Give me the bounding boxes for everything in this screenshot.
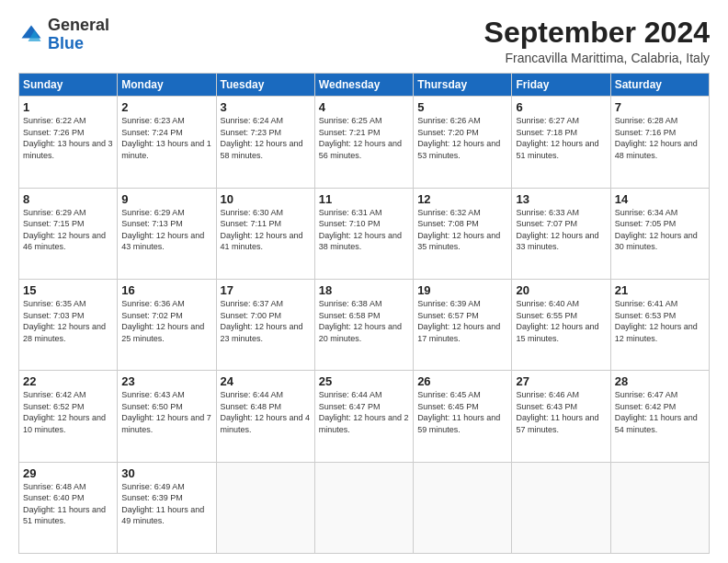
day-28: 28Sunrise: 6:47 AMSunset: 6:42 PMDayligh… [610,371,709,462]
day-21: 21Sunrise: 6:41 AMSunset: 6:53 PMDayligh… [610,279,709,370]
day-16: 16Sunrise: 6:36 AMSunset: 7:02 PMDayligh… [118,279,216,370]
day-11: 11Sunrise: 6:31 AMSunset: 7:10 PMDayligh… [314,188,413,279]
header-thursday: Thursday [414,74,512,97]
calendar-table: Sunday Monday Tuesday Wednesday Thursday… [18,73,710,554]
day-13: 13Sunrise: 6:33 AMSunset: 7:07 PMDayligh… [512,188,610,279]
day-14: 14Sunrise: 6:34 AMSunset: 7:05 PMDayligh… [610,188,709,279]
weekday-header-row: Sunday Monday Tuesday Wednesday Thursday… [19,74,710,97]
header-tuesday: Tuesday [216,74,314,97]
day-3: 3Sunrise: 6:24 AMSunset: 7:23 PMDaylight… [216,97,314,188]
week-row-3: 15Sunrise: 6:35 AMSunset: 7:03 PMDayligh… [19,279,710,370]
day-12: 12Sunrise: 6:32 AMSunset: 7:08 PMDayligh… [414,188,512,279]
day-15: 15Sunrise: 6:35 AMSunset: 7:03 PMDayligh… [19,279,118,370]
day-2: 2Sunrise: 6:23 AMSunset: 7:24 PMDaylight… [118,97,216,188]
day-23: 23Sunrise: 6:43 AMSunset: 6:50 PMDayligh… [118,371,216,462]
day-27: 27Sunrise: 6:46 AMSunset: 6:43 PMDayligh… [512,371,610,462]
day-4: 4Sunrise: 6:25 AMSunset: 7:21 PMDaylight… [314,97,413,188]
day-1: 1Sunrise: 6:22 AMSunset: 7:26 PMDaylight… [19,97,118,188]
calendar-subtitle: Francavilla Marittima, Calabria, Italy [484,51,710,65]
week-row-5: 29Sunrise: 6:48 AMSunset: 6:40 PMDayligh… [19,462,710,553]
header-friday: Friday [512,74,610,97]
logo: General Blue [18,17,109,53]
day-19: 19Sunrise: 6:39 AMSunset: 6:57 PMDayligh… [414,279,512,370]
empty-cell [314,462,413,553]
page: General Blue September 2024 Francavilla … [0,0,728,563]
day-8: 8Sunrise: 6:29 AMSunset: 7:15 PMDaylight… [19,188,118,279]
logo-blue-text: Blue [48,34,84,52]
empty-cell [414,462,512,553]
empty-cell [610,462,709,553]
day-26: 26Sunrise: 6:45 AMSunset: 6:45 PMDayligh… [414,371,512,462]
header-sunday: Sunday [19,74,118,97]
day-18: 18Sunrise: 6:38 AMSunset: 6:58 PMDayligh… [314,279,413,370]
day-6: 6Sunrise: 6:27 AMSunset: 7:18 PMDaylight… [512,97,610,188]
day-22: 22Sunrise: 6:42 AMSunset: 6:52 PMDayligh… [19,371,118,462]
week-row-2: 8Sunrise: 6:29 AMSunset: 7:15 PMDaylight… [19,188,710,279]
calendar-title: September 2024 [484,17,710,49]
day-30: 30Sunrise: 6:49 AMSunset: 6:39 PMDayligh… [118,462,216,553]
day-24: 24Sunrise: 6:44 AMSunset: 6:48 PMDayligh… [216,371,314,462]
day-25: 25Sunrise: 6:44 AMSunset: 6:47 PMDayligh… [314,371,413,462]
header-saturday: Saturday [610,74,709,97]
day-5: 5Sunrise: 6:26 AMSunset: 7:20 PMDaylight… [414,97,512,188]
empty-cell [512,462,610,553]
day-20: 20Sunrise: 6:40 AMSunset: 6:55 PMDayligh… [512,279,610,370]
week-row-1: 1Sunrise: 6:22 AMSunset: 7:26 PMDaylight… [19,97,710,188]
empty-cell [216,462,314,553]
day-17: 17Sunrise: 6:37 AMSunset: 7:00 PMDayligh… [216,279,314,370]
day-10: 10Sunrise: 6:30 AMSunset: 7:11 PMDayligh… [216,188,314,279]
day-7: 7Sunrise: 6:28 AMSunset: 7:16 PMDaylight… [610,97,709,188]
week-row-4: 22Sunrise: 6:42 AMSunset: 6:52 PMDayligh… [19,371,710,462]
logo-general-text: General [48,16,109,34]
day-9: 9Sunrise: 6:29 AMSunset: 7:13 PMDaylight… [118,188,216,279]
header: General Blue September 2024 Francavilla … [18,17,710,65]
day-29: 29Sunrise: 6:48 AMSunset: 6:40 PMDayligh… [19,462,118,553]
header-wednesday: Wednesday [314,74,413,97]
title-block: September 2024 Francavilla Marittima, Ca… [484,17,710,65]
header-monday: Monday [118,74,216,97]
logo-icon [18,22,44,48]
